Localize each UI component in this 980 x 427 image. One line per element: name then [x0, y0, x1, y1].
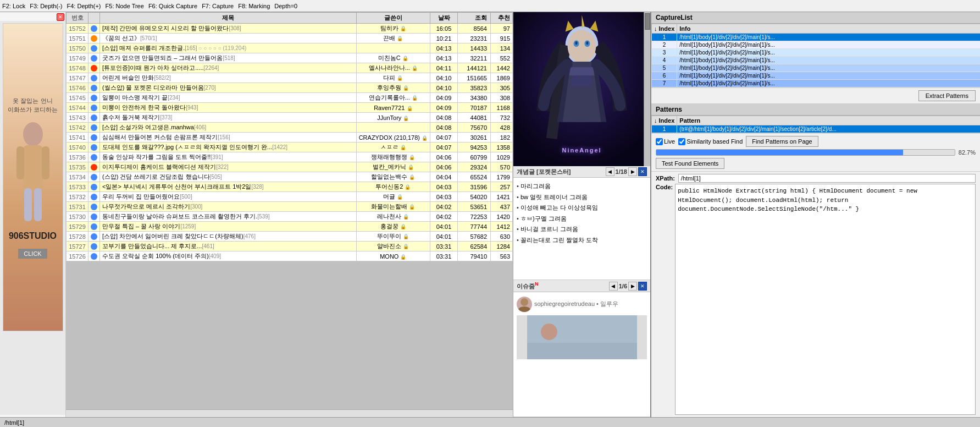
article-title[interactable]: (씰스압) 물 포켓몬 디오라마 만들어옴 [270] [100, 83, 357, 93]
table-row[interactable]: 15747 어린게 버슬인 만화 [582/2] 다피 🔒 04:10 1516… [67, 73, 513, 83]
table-row[interactable]: 15744 미뽕이 안전하게 한국 돌아왔다 [943] Raven7721 🔒… [67, 103, 513, 113]
article-title[interactable]: [스압] 매져 슈퍼롤리 개조한글. [165] ○ ○ ○ ○ ○ (119,… [100, 43, 357, 53]
article-title[interactable]: 꼬부기를 만들었습니다... 제 후지로... [461] [100, 242, 357, 251]
article-title[interactable]: (스압) 건담 쓰레기로 건담조립 했습니다 [505] [100, 172, 357, 182]
article-title[interactable]: 흙수저 돌거북 제작기 [373] [100, 113, 357, 123]
ad-click-button[interactable]: CLICK [18, 249, 47, 259]
capture-row[interactable]: 2 /html[1]/body[1]/div[2]/div[2]/main[1]… [652, 41, 981, 49]
article-title[interactable]: 일뽕이 마스맹 제작기 끝 [234] [100, 93, 357, 103]
toolbar-f3[interactable]: F3: Depth(-) [30, 3, 62, 9]
table-row[interactable]: 15736 동술 인상파 작가를 그림을 도트 찍어줄!! [391] 쟁채래행… [67, 152, 513, 162]
image-scrollbar[interactable] [644, 12, 650, 166]
article-title[interactable]: 우리 두꺼비 집 만들어줬어요 [500] [100, 192, 357, 202]
article-badge: [505] [210, 174, 222, 180]
article-title[interactable]: 나무젓가락으로 메르시 조각하기 [300] [100, 202, 357, 212]
image-scrollbar-thumb[interactable] [645, 13, 650, 30]
table-row[interactable]: 15752 [제작] 간만에 유메오오지 시오리 할 만들어왔다 [308] 팀… [67, 24, 513, 34]
capture-row[interactable]: 7 /html[1]/body[1]/div[2]/div[2]/main[1]… [652, 80, 981, 87]
preview-next-button[interactable]: ▶ [628, 167, 637, 176]
article-time: 04:04 [430, 172, 458, 182]
article-time: 04:10 [430, 83, 458, 93]
article-title[interactable]: 《꿈의 선고》 [570/1] [100, 34, 357, 43]
similarity-checkbox[interactable] [678, 138, 685, 145]
table-row[interactable]: 15751 《꿈의 선고》 [570/1] 끈배 🔒 10:21 23231 9… [67, 34, 513, 43]
col-header-icon [88, 13, 100, 24]
preview-bottom-next[interactable]: ▶ [628, 282, 637, 291]
table-row[interactable]: 15740 도대체 인도를 왜갈???.jpg (ㅅㅍㄹ의 왁자지껄 인도여행기… [67, 143, 513, 152]
similarity-checkbox-label[interactable]: Similarity based Find [678, 138, 743, 145]
article-icon [91, 75, 97, 81]
pattern-row[interactable]: 1 (tr#@/html[1]/body[1]/div[2]/div[2]/ma… [652, 125, 981, 133]
capture-row[interactable]: 4 /html[1]/body[1]/div[2]/div[2]/main[1]… [652, 57, 981, 64]
preview-prev-button[interactable]: ◀ [606, 167, 614, 176]
lock-icon: 🔒 [397, 75, 403, 81]
cap-idx: 6 [652, 72, 677, 80]
table-row[interactable]: 15731 나무젓가락으로 메르시 조각하기 [300] 화물미는할배 🔒 04… [67, 202, 513, 212]
svg-point-17 [521, 298, 528, 306]
article-title[interactable]: <일본> 부시넥시 게류투어 산천어 부시크래프트 1박2일 [328] [100, 182, 357, 192]
article-title[interactable]: [제작] 간만에 유메오오지 시오리 할 만들어왔다 [308] [100, 24, 357, 34]
article-title[interactable]: 심심해서 만들어본 커스텀 손팜프론 제작기 [156] [100, 133, 357, 143]
article-icon-cell [88, 192, 100, 202]
article-title[interactable]: 어린게 버슬인 만화 [582/2] [100, 73, 357, 83]
extract-patterns-button[interactable]: Extract Patterns [918, 90, 976, 101]
ad-close-button[interactable]: ✕ [57, 13, 64, 21]
table-row[interactable]: 15730 동네친구들이랑 날아라 슈퍼보드 코스프레 촬영한거 후기. [53… [67, 212, 513, 222]
capture-row[interactable]: 6 /html[1]/body[1]/div[2]/div[2]/main[1]… [652, 72, 981, 80]
table-row[interactable]: 15726 수도권 오락실 순회 100% (데이터 주의) [409] MON… [67, 251, 513, 261]
table-row[interactable]: 15742 [스압] 소설가와 여고생은.manhwa [406] 04:08 … [67, 123, 513, 133]
table-row[interactable]: 15727 꼬부기를 만들었습니다... 제 후지로... [461] 얄바진소… [67, 242, 513, 251]
article-title[interactable]: 미뽕이 안전하게 한국 돌아왔다 [943] [100, 103, 357, 113]
capture-row[interactable]: 1 /html[1]/body[1]/div[2]/div[2]/main[1]… [652, 34, 981, 41]
article-author: 레나천사 🔒 [356, 212, 430, 222]
live-checkbox-label[interactable]: Live [656, 138, 675, 145]
table-row[interactable]: 15750 [스압] 매져 슈퍼롤리 개조한글. [165] ○ ○ ○ ○ ○… [67, 43, 513, 53]
article-time: 04:13 [430, 53, 458, 63]
article-author: 엘사나라안나... 🔒 [356, 63, 430, 73]
article-title[interactable]: [스압] 차안에서 잃어버린 크레 찾았다ㄷㄷ(차량해체) [476] [100, 232, 357, 242]
article-title[interactable]: 동네친구들이랑 날아라 슈퍼보드 코스프레 촬영한거 후기. [539] [100, 212, 357, 222]
toolbar-f6[interactable]: F6: Quick Capture [148, 3, 197, 9]
table-row[interactable]: 15729 만우절 특집 – 꿀 사랑 이야기 [1259] 홍걸꿍 🔒 04:… [67, 222, 513, 232]
article-title[interactable]: 동술 인상파 작가를 그림을 도트 찍어줄!! [391] [100, 152, 357, 162]
live-checkbox[interactable] [656, 138, 663, 145]
horizontal-scrollbar[interactable] [66, 409, 513, 417]
patterns-table-wrap: ↓ Index Pattern 1 (tr#@/html[1]/body[1]/… [651, 116, 980, 133]
article-title[interactable]: [튜포인증]이때 뭔가 아차 싶더라고..... [2264] [100, 63, 357, 73]
find-patterns-button[interactable]: Find Patterns on Page [746, 136, 818, 147]
table-row[interactable]: 15745 일뽕이 마스맹 제작기 끝 [234] 연습기록롤아... 🔒 04… [67, 93, 513, 103]
article-title[interactable]: 도대체 인도를 왜갈???.jpg (ㅅㅍㄹ의 왁자지껄 인도여행기 완... … [100, 143, 357, 152]
preview-bottom-close[interactable]: ✕ [638, 282, 647, 291]
capture-row[interactable]: 5 /html[1]/body[1]/div[2]/div[2]/main[1]… [652, 64, 981, 72]
table-row[interactable]: 15735 이지투디제이 홈케이드 블랙에디션 제작기 [322] 벌칸_메카닉… [67, 162, 513, 172]
table-row[interactable]: 15734 (스압) 건담 쓰레기로 건담조립 했습니다 [505] 할일없는백… [67, 172, 513, 182]
xpath-label: XPath: [656, 175, 675, 182]
toolbar-f8[interactable]: F8: Marking [238, 3, 270, 9]
table-row[interactable]: 15728 [스압] 차안에서 잃어버린 크레 찾았다ㄷㄷ(차량해체) [476… [67, 232, 513, 242]
toolbar-f5[interactable]: F5: Node Tree [106, 3, 144, 9]
preview-bottom-prev[interactable]: ◀ [609, 282, 618, 291]
table-row[interactable]: 15743 흙수저 돌거북 제작기 [373] JJunTory 🔒 04:08… [67, 113, 513, 123]
table-row[interactable]: 15748 [튜포인증]이때 뭔가 아차 싶더라고..... [2264] 엘사… [67, 63, 513, 73]
capture-row[interactable]: 3 /html[1]/body[1]/div[2]/div[2]/main[1]… [652, 49, 981, 57]
article-rec: 437 [491, 202, 513, 212]
toolbar-f7[interactable]: F7: Capture [202, 3, 234, 9]
table-row[interactable]: 15746 (씰스압) 물 포켓몬 디오라마 만들어옴 [270] 후잉추웡 🔒… [67, 83, 513, 93]
test-found-button[interactable]: Test Found Elements [656, 158, 724, 169]
table-row[interactable]: 15741 심심해서 만들어본 커스텀 손팜프론 제작기 [156] CRAZY… [67, 133, 513, 143]
toolbar-f2[interactable]: F2: Lock [2, 3, 25, 9]
toolbar-f4[interactable]: F4: Depth(+) [67, 3, 101, 9]
article-rec: 97 [491, 24, 513, 34]
article-title[interactable]: 굿즈가 없으면 만들면되죠 – 그래서 만들어옴 [518] [100, 53, 357, 63]
article-time: 04:09 [430, 93, 458, 103]
table-row[interactable]: 15732 우리 두꺼비 집 만들어줬어요 [500] 머귤 🔒 04:03 5… [67, 192, 513, 202]
table-row[interactable]: 15749 굿즈가 없으면 만들면되죠 – 그래서 만들어옴 [518] 미친놈… [67, 53, 513, 63]
lock-icon: 🔒 [400, 254, 406, 260]
article-title[interactable]: 이지투디제이 홈케이드 블랙에디션 제작기 [322] [100, 162, 357, 172]
table-row[interactable]: 15733 <일본> 부시넥시 게류투어 산천어 부시크래프트 1박2일 [32… [67, 182, 513, 192]
article-num: 15726 [67, 251, 88, 261]
preview-close-button[interactable]: ✕ [638, 167, 647, 176]
article-title[interactable]: 만우절 특집 – 꿀 사랑 이야기 [1259] [100, 222, 357, 232]
article-title[interactable]: [스압] 소설가와 여고생은.manhwa [406] [100, 123, 357, 133]
article-title[interactable]: 수도권 오락실 순회 100% (데이터 주의) [409] [100, 251, 357, 261]
